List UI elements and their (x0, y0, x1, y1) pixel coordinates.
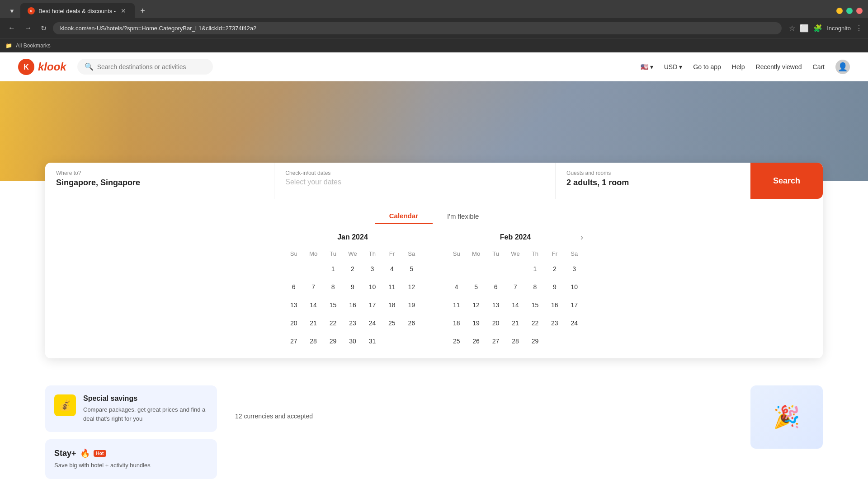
day-cell[interactable]: 10 (566, 279, 582, 295)
tab-flexible[interactable]: I'm flexible (433, 208, 493, 224)
day-cell[interactable]: 18 (448, 315, 465, 331)
currency-selector[interactable]: USD ▾ (664, 63, 683, 70)
day-cell[interactable]: 17 (364, 297, 380, 313)
go-to-app-link[interactable]: Go to app (693, 63, 721, 70)
address-bar[interactable] (53, 22, 782, 34)
day-cell[interactable]: 25 (384, 315, 400, 331)
klook-logo[interactable]: K klook (18, 59, 66, 75)
day-cell[interactable]: 24 (566, 315, 582, 331)
day-cell[interactable]: 13 (286, 297, 302, 313)
day-cell[interactable]: 14 (507, 297, 524, 313)
calendar-next-button[interactable]: › (580, 233, 583, 242)
day-cell[interactable]: 20 (488, 315, 504, 331)
day-cell[interactable]: 1 (325, 261, 341, 277)
cart-link[interactable]: Cart (813, 63, 825, 70)
day-cell[interactable]: 23 (344, 315, 361, 331)
tab-group-button[interactable]: ▼ (5, 6, 19, 16)
day-cell[interactable]: 8 (325, 279, 341, 295)
active-tab[interactable]: K Best hotel deals & discounts - ✕ (20, 3, 135, 19)
all-bookmarks-link[interactable]: All Bookmarks (16, 42, 51, 49)
user-avatar[interactable]: 👤 (835, 60, 850, 74)
close-button[interactable] (856, 8, 863, 14)
day-cell[interactable]: 11 (384, 279, 400, 295)
day-cell[interactable]: 12 (468, 297, 484, 313)
day-cell[interactable]: 7 (305, 279, 321, 295)
day-cell[interactable]: 29 (527, 333, 543, 349)
menu-icon[interactable]: ⋮ (855, 24, 863, 33)
day-header: We (506, 249, 524, 259)
day-cell[interactable]: 2 (547, 261, 563, 277)
stay-plus-card[interactable]: Stay+ 🔥 Hot Save big with hotel + activi… (45, 439, 217, 479)
reload-button[interactable]: ↻ (38, 22, 49, 34)
day-cell[interactable]: 19 (468, 315, 484, 331)
tab-calendar[interactable]: Calendar (375, 208, 433, 224)
day-cell[interactable]: 9 (344, 279, 361, 295)
day-cell[interactable]: 26 (403, 315, 420, 331)
day-cell[interactable]: 9 (547, 279, 563, 295)
fire-icon: 🔥 (80, 448, 90, 458)
day-cell[interactable]: 8 (527, 279, 543, 295)
day-cell[interactable]: 15 (325, 297, 341, 313)
day-cell[interactable]: 23 (547, 315, 563, 331)
day-cell[interactable]: 24 (364, 315, 380, 331)
day-cell[interactable]: 4 (384, 261, 400, 277)
guests-field[interactable]: Guests and rooms 2 adults, 1 room (556, 163, 750, 199)
day-cell[interactable]: 16 (547, 297, 563, 313)
maximize-button[interactable] (846, 8, 853, 14)
day-cell[interactable]: 5 (468, 279, 484, 295)
nav-links: 🇺🇸 ▾ USD ▾ Go to app Help Recently viewe… (641, 60, 850, 74)
day-cell[interactable]: 3 (566, 261, 582, 277)
day-cell[interactable]: 22 (325, 315, 341, 331)
tab-close-button[interactable]: ✕ (119, 7, 127, 15)
day-cell[interactable]: 11 (448, 297, 465, 313)
bookmark-folder-icon[interactable]: 📁 (5, 42, 12, 49)
global-search-bar[interactable]: 🔍 (77, 59, 213, 75)
day-cell[interactable]: 28 (507, 333, 524, 349)
day-cell[interactable]: 5 (403, 261, 420, 277)
day-cell[interactable]: 26 (468, 333, 484, 349)
day-cell[interactable]: 30 (344, 333, 361, 349)
search-button[interactable]: Search (750, 163, 823, 199)
new-tab-button[interactable]: + (137, 5, 149, 18)
day-cell[interactable]: 3 (364, 261, 380, 277)
day-cell[interactable]: 7 (507, 279, 524, 295)
day-cell[interactable]: 18 (384, 297, 400, 313)
day-cell[interactable]: 22 (527, 315, 543, 331)
day-cell[interactable]: 19 (403, 297, 420, 313)
forward-button[interactable]: → (22, 22, 34, 34)
day-cell[interactable]: 20 (286, 315, 302, 331)
bookmark-icon[interactable]: ☆ (789, 24, 795, 33)
dates-field[interactable]: Check-in/out dates Select your dates (274, 163, 556, 199)
language-selector[interactable]: 🇺🇸 ▾ (641, 63, 653, 70)
extensions-icon[interactable]: 🧩 (813, 24, 822, 33)
day-cell[interactable]: 10 (364, 279, 380, 295)
profile-icon[interactable]: ⬜ (800, 24, 809, 33)
help-link[interactable]: Help (732, 63, 745, 70)
day-cell[interactable]: 14 (305, 297, 321, 313)
recently-viewed-link[interactable]: Recently viewed (756, 63, 802, 70)
day-cell[interactable]: 29 (325, 333, 341, 349)
day-cell[interactable]: 21 (507, 315, 524, 331)
back-button[interactable]: ← (5, 22, 18, 34)
destination-field[interactable]: Where to? Singapore, Singapore (45, 163, 274, 199)
minimize-button[interactable] (836, 8, 843, 14)
savings-desc: Compare packages, get great prices and f… (83, 405, 208, 423)
day-cell[interactable]: 31 (364, 333, 380, 349)
day-header: Su (448, 249, 465, 259)
day-cell[interactable]: 13 (488, 297, 504, 313)
day-cell[interactable]: 1 (527, 261, 543, 277)
day-cell[interactable]: 6 (286, 279, 302, 295)
day-cell[interactable]: 27 (488, 333, 504, 349)
day-cell[interactable]: 15 (527, 297, 543, 313)
day-cell[interactable]: 4 (448, 279, 465, 295)
search-input[interactable] (97, 63, 197, 70)
day-cell[interactable]: 6 (488, 279, 504, 295)
day-cell[interactable]: 17 (566, 297, 582, 313)
day-cell[interactable]: 2 (344, 261, 361, 277)
day-cell[interactable]: 28 (305, 333, 321, 349)
day-cell[interactable]: 27 (286, 333, 302, 349)
day-cell[interactable]: 12 (403, 279, 420, 295)
day-cell[interactable]: 21 (305, 315, 321, 331)
day-cell[interactable]: 25 (448, 333, 465, 349)
day-cell[interactable]: 16 (344, 297, 361, 313)
